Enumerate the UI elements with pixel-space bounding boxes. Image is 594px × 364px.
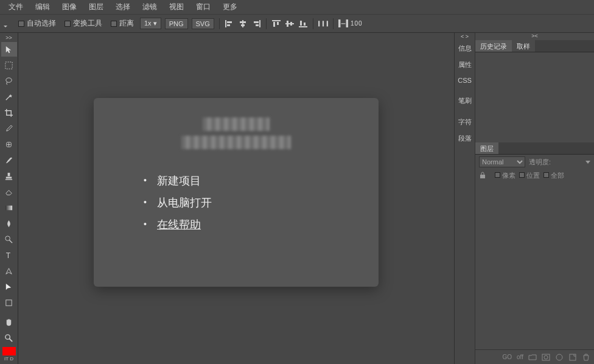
tab-brush[interactable]: 笔刷: [457, 93, 473, 109]
splash-online-help[interactable]: 在线帮助: [157, 214, 358, 236]
blur-tool[interactable]: [1, 216, 17, 231]
eyedropper-tool[interactable]: [1, 121, 17, 136]
export-svg-button[interactable]: SVG: [192, 18, 214, 29]
heal-tool[interactable]: [1, 137, 17, 152]
brush-tool[interactable]: [1, 153, 17, 167]
opacity-label: 透明度:: [529, 158, 551, 167]
transform-tool-label: 变换工具: [73, 18, 102, 29]
eraser-tool[interactable]: [1, 184, 17, 199]
separator: [266, 18, 267, 29]
folder-icon[interactable]: [528, 353, 537, 362]
svg-rect-29: [8, 172, 10, 176]
svg-rect-16: [300, 21, 302, 26]
blend-mode-select[interactable]: Normal: [479, 156, 525, 167]
wand-tool[interactable]: [1, 89, 17, 104]
toolbar-expand-icon[interactable]: >>: [1, 34, 18, 41]
dodge-tool[interactable]: [1, 232, 17, 247]
align-bottom-icon[interactable]: [298, 19, 308, 28]
transform-tool-checkbox[interactable]: 变换工具: [65, 18, 102, 29]
lock-position-checkbox[interactable]: 位置: [519, 171, 540, 180]
svg-rect-19: [323, 21, 324, 26]
tab-sample[interactable]: 取样: [512, 40, 535, 52]
opacity-dropdown-icon[interactable]: [585, 161, 590, 164]
footer-off[interactable]: off: [517, 354, 523, 360]
move-tool[interactable]: [1, 42, 17, 57]
menu-window[interactable]: 窗口: [190, 0, 217, 14]
menu-edit[interactable]: 编辑: [29, 0, 56, 14]
tab-layers[interactable]: 图层: [475, 142, 498, 154]
menu-more[interactable]: 更多: [217, 0, 243, 14]
menu-filter[interactable]: 滤镜: [136, 0, 163, 14]
hand-tool[interactable]: [1, 315, 17, 329]
menu-file[interactable]: 文件: [2, 0, 29, 14]
tab-character[interactable]: 字符: [457, 114, 473, 130]
align-center-h-icon[interactable]: [238, 19, 248, 28]
menu-bar: 文件 编辑 图像 图层 选择 滤镜 视图 窗口 更多: [0, 0, 594, 15]
lasso-tool[interactable]: [1, 74, 17, 88]
panel-expand-icon[interactable]: < >: [461, 33, 469, 40]
right-column: < > 信息 属性 CSS 笔刷 字符 段落 >< 历史记录 取样 图层: [454, 33, 594, 364]
menu-select[interactable]: 选择: [110, 0, 136, 14]
stamp-tool[interactable]: [1, 169, 17, 183]
distance-checkbox[interactable]: 距离: [111, 18, 134, 29]
separator: [333, 18, 334, 29]
panel-collapse-icon[interactable]: ><: [475, 33, 594, 40]
svg-rect-9: [272, 20, 281, 21]
svg-rect-1: [227, 21, 232, 23]
fx-icon[interactable]: [555, 353, 564, 362]
svg-rect-10: [273, 22, 275, 27]
align-left-icon[interactable]: [225, 19, 234, 28]
splash-open-from-computer[interactable]: 从电脑打开: [157, 192, 358, 214]
app-root: 文件 编辑 图像 图层 选择 滤镜 视图 窗口 更多 自动选择 变换工具 距离 …: [0, 0, 594, 364]
svg-rect-18: [318, 21, 320, 26]
export-png-button[interactable]: PNG: [165, 18, 188, 29]
tab-paragraph[interactable]: 段落: [457, 130, 473, 147]
splash-new-project[interactable]: 新建项目: [157, 170, 358, 192]
align-top-icon[interactable]: [271, 19, 281, 28]
spacing-value[interactable]: 100: [352, 19, 362, 28]
separator: [313, 18, 313, 29]
crop-tool[interactable]: [1, 105, 17, 120]
zoom-dropdown[interactable]: 1x ▾: [140, 18, 161, 29]
shape-tool[interactable]: [1, 295, 17, 310]
svg-rect-30: [6, 177, 12, 178]
svg-rect-14: [290, 22, 292, 26]
svg-rect-20: [326, 21, 327, 26]
lock-pixels-checkbox[interactable]: 像素: [495, 171, 515, 180]
separator: [219, 18, 220, 29]
zoom-tool[interactable]: [1, 331, 17, 345]
menu-layer[interactable]: 图层: [83, 0, 110, 14]
mask-icon[interactable]: [542, 353, 550, 362]
svg-rect-36: [6, 299, 12, 305]
path-tool[interactable]: [1, 279, 17, 294]
svg-rect-7: [254, 21, 259, 23]
new-layer-icon[interactable]: [568, 353, 577, 362]
align-center-v-icon[interactable]: [285, 19, 295, 28]
auto-select-checkbox[interactable]: 自动选择: [18, 18, 56, 29]
footer-go[interactable]: GO: [503, 354, 512, 360]
lock-all-checkbox[interactable]: 全部: [543, 171, 564, 180]
lock-icon[interactable]: [479, 172, 486, 180]
tab-info[interactable]: 信息: [457, 40, 473, 57]
tab-history[interactable]: 历史记录: [475, 40, 512, 52]
distribute-h-icon[interactable]: [318, 19, 328, 28]
auto-select-label: 自动选择: [27, 18, 56, 29]
text-tool[interactable]: T: [1, 248, 17, 262]
distribute-spacing-icon[interactable]: [338, 19, 348, 28]
tab-properties[interactable]: 属性: [457, 57, 473, 73]
align-right-icon[interactable]: [251, 19, 261, 28]
svg-rect-13: [287, 21, 288, 27]
menu-view[interactable]: 视图: [163, 0, 190, 14]
trash-icon[interactable]: [582, 353, 590, 362]
foreground-color-swatch[interactable]: [2, 347, 16, 355]
pen-tool[interactable]: [1, 264, 17, 278]
tab-css[interactable]: CSS: [456, 73, 473, 88]
marquee-tool[interactable]: [1, 58, 17, 72]
splash-logo: [114, 115, 358, 152]
gradient-tool[interactable]: [1, 200, 17, 215]
history-panel-body: [475, 52, 594, 142]
svg-point-41: [544, 355, 548, 359]
svg-line-38: [9, 338, 12, 341]
svg-rect-21: [338, 19, 340, 28]
menu-image[interactable]: 图像: [56, 0, 83, 14]
